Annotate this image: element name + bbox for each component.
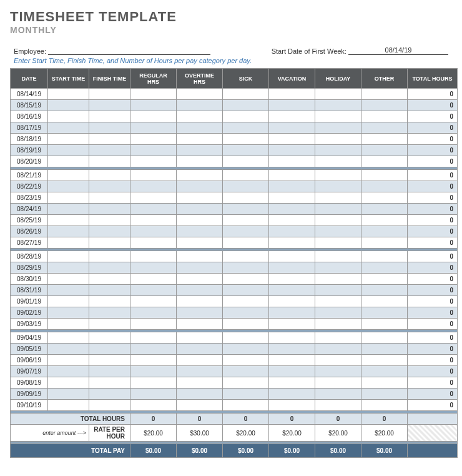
cell-input[interactable]	[89, 262, 130, 274]
cell-input[interactable]	[315, 170, 361, 181]
cell-input[interactable]	[361, 262, 408, 274]
cell-input[interactable]	[177, 274, 223, 285]
cell-input[interactable]	[89, 389, 130, 400]
cell-input[interactable]	[361, 332, 408, 344]
cell-input[interactable]	[48, 181, 89, 192]
cell-input[interactable]	[89, 192, 130, 204]
cell-input[interactable]	[48, 251, 89, 262]
cell-input[interactable]	[130, 307, 177, 319]
cell-input[interactable]	[130, 89, 177, 100]
cell-input[interactable]	[130, 400, 177, 411]
cell-input[interactable]	[361, 400, 408, 411]
cell-input[interactable]	[89, 285, 130, 296]
cell-input[interactable]	[130, 215, 177, 226]
cell-input[interactable]	[89, 134, 130, 145]
cell-input[interactable]	[361, 355, 408, 366]
rate-regular[interactable]: $20.00	[130, 425, 177, 442]
cell-input[interactable]	[223, 296, 269, 307]
cell-input[interactable]	[223, 122, 269, 134]
cell-input[interactable]	[130, 355, 177, 366]
cell-input[interactable]	[177, 400, 223, 411]
cell-input[interactable]	[361, 344, 408, 355]
cell-input[interactable]	[130, 145, 177, 156]
cell-input[interactable]	[269, 111, 315, 122]
cell-input[interactable]	[223, 111, 269, 122]
cell-input[interactable]	[269, 262, 315, 274]
cell-input[interactable]	[223, 181, 269, 192]
cell-input[interactable]	[130, 100, 177, 111]
cell-input[interactable]	[223, 274, 269, 285]
cell-input[interactable]	[223, 285, 269, 296]
cell-input[interactable]	[315, 204, 361, 215]
cell-input[interactable]	[177, 389, 223, 400]
cell-input[interactable]	[177, 319, 223, 330]
cell-input[interactable]	[177, 215, 223, 226]
cell-input[interactable]	[48, 366, 89, 377]
cell-input[interactable]	[269, 274, 315, 285]
cell-input[interactable]	[89, 100, 130, 111]
cell-input[interactable]	[48, 156, 89, 167]
cell-input[interactable]	[48, 111, 89, 122]
cell-input[interactable]	[177, 262, 223, 274]
cell-input[interactable]	[361, 156, 408, 167]
cell-input[interactable]	[223, 100, 269, 111]
cell-input[interactable]	[315, 344, 361, 355]
cell-input[interactable]	[177, 111, 223, 122]
cell-input[interactable]	[130, 226, 177, 237]
cell-input[interactable]	[223, 400, 269, 411]
employee-field[interactable]	[48, 46, 210, 55]
cell-input[interactable]	[48, 226, 89, 237]
cell-input[interactable]	[223, 251, 269, 262]
cell-input[interactable]	[315, 389, 361, 400]
startdate-field[interactable]: 08/14/19	[348, 46, 448, 55]
cell-input[interactable]	[89, 355, 130, 366]
cell-input[interactable]	[177, 332, 223, 344]
cell-input[interactable]	[177, 285, 223, 296]
cell-input[interactable]	[315, 319, 361, 330]
cell-input[interactable]	[315, 307, 361, 319]
cell-input[interactable]	[269, 145, 315, 156]
cell-input[interactable]	[48, 355, 89, 366]
cell-input[interactable]	[315, 111, 361, 122]
cell-input[interactable]	[361, 181, 408, 192]
cell-input[interactable]	[223, 366, 269, 377]
cell-input[interactable]	[48, 192, 89, 204]
cell-input[interactable]	[177, 170, 223, 181]
cell-input[interactable]	[177, 366, 223, 377]
cell-input[interactable]	[177, 237, 223, 249]
cell-input[interactable]	[177, 226, 223, 237]
cell-input[interactable]	[315, 296, 361, 307]
cell-input[interactable]	[48, 377, 89, 389]
cell-input[interactable]	[48, 296, 89, 307]
cell-input[interactable]	[269, 366, 315, 377]
cell-input[interactable]	[361, 307, 408, 319]
cell-input[interactable]	[361, 274, 408, 285]
cell-input[interactable]	[223, 307, 269, 319]
cell-input[interactable]	[89, 215, 130, 226]
rate-sick[interactable]: $20.00	[223, 425, 269, 442]
cell-input[interactable]	[48, 134, 89, 145]
cell-input[interactable]	[223, 215, 269, 226]
cell-input[interactable]	[177, 181, 223, 192]
cell-input[interactable]	[315, 181, 361, 192]
cell-input[interactable]	[89, 170, 130, 181]
cell-input[interactable]	[48, 170, 89, 181]
cell-input[interactable]	[48, 319, 89, 330]
cell-input[interactable]	[269, 215, 315, 226]
cell-input[interactable]	[89, 274, 130, 285]
cell-input[interactable]	[361, 296, 408, 307]
cell-input[interactable]	[223, 344, 269, 355]
cell-input[interactable]	[89, 319, 130, 330]
cell-input[interactable]	[177, 156, 223, 167]
cell-input[interactable]	[223, 237, 269, 249]
cell-input[interactable]	[130, 181, 177, 192]
cell-input[interactable]	[48, 400, 89, 411]
cell-input[interactable]	[315, 377, 361, 389]
cell-input[interactable]	[130, 319, 177, 330]
cell-input[interactable]	[269, 237, 315, 249]
cell-input[interactable]	[223, 377, 269, 389]
cell-input[interactable]	[269, 204, 315, 215]
cell-input[interactable]	[177, 296, 223, 307]
cell-input[interactable]	[315, 366, 361, 377]
cell-input[interactable]	[130, 204, 177, 215]
